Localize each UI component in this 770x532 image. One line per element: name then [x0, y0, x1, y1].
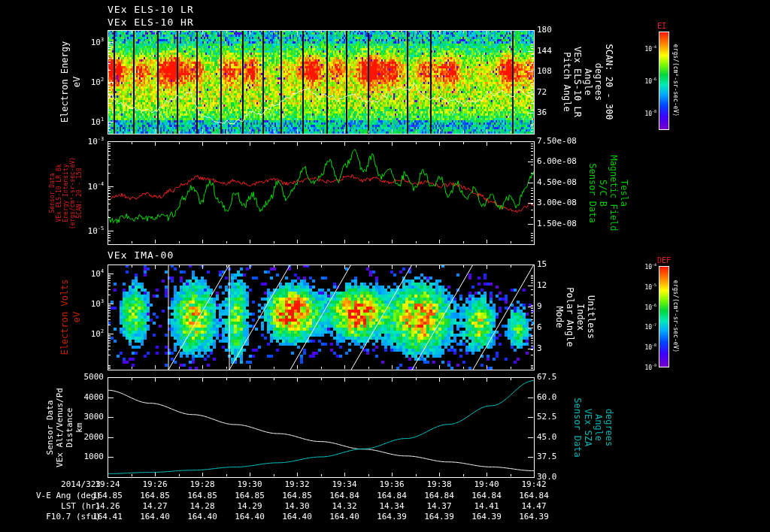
panel2-ytick-label: 10-3	[14, 137, 104, 147]
colorbar-units-label: ergs/(cm²-sr-sec-eV)	[669, 0, 681, 193]
panel3-right-tick-label: 6	[537, 323, 542, 332]
panel3-right-tick-label: 3	[537, 344, 542, 353]
panel1-right-tick-label: 180	[537, 26, 552, 35]
panel2-right-tick-label: 6.00e-08	[537, 157, 577, 166]
panel3-ytick-label: 103	[14, 299, 104, 309]
panel3-right-tick-label: 12	[537, 281, 547, 290]
colorbar-tick-label: 10-7	[566, 323, 656, 331]
colorbar-tick-label: 10-6	[566, 77, 656, 85]
panel4-ytick-label: 2000	[14, 433, 104, 442]
ephemeris-value: 164.39	[504, 512, 564, 521]
panel4-ytick-label: 4000	[14, 393, 104, 402]
panel4-right-tick-label: 67.5	[537, 373, 557, 382]
panel4-right-tick-label: 45.0	[537, 433, 557, 442]
colorbar-tick-label: 10-8	[566, 110, 656, 117]
ephemeris-value: 14.47	[504, 502, 564, 511]
panel4-ytick-label: 1000	[14, 452, 104, 461]
panel2-right-tick-label: 4.50e-08	[537, 178, 577, 187]
panel1-right-tick-label: 36	[537, 108, 547, 117]
time-tick-label: 19:42	[504, 480, 564, 489]
panel1-right-tick-label: 72	[537, 88, 547, 97]
panel1-ytick-label: 103	[14, 38, 104, 47]
vex-data-display: VEx ELS-10 LR VEx ELS-10 HR VEx IMA-00 E…	[0, 0, 770, 532]
panel4-right-tick-label: 60.0	[537, 393, 557, 402]
panel4-ytick-label: 3000	[14, 413, 104, 422]
panel3-right-tick-label: 9	[537, 302, 542, 311]
colorbar-tick-label: 10-8	[566, 343, 656, 351]
panel3-right-tick-label: 15	[537, 260, 547, 269]
colorbar-tick-label: 10-9	[566, 364, 656, 371]
panel3-title: VEx IMA-00	[108, 250, 174, 261]
panel4-right-tick-label: 37.5	[537, 452, 557, 461]
panel1-right-tick-label: 144	[537, 47, 552, 56]
colorbar-units-label: ergs/(cm²-sr-sec-eV)	[669, 204, 681, 429]
panel4-right-tick-label: 52.5	[537, 413, 557, 422]
colorbar-tick-label: 10-6	[566, 304, 656, 311]
panel1-right-tick-label: 108	[537, 67, 552, 76]
colorbar-name: EI	[657, 22, 666, 30]
colorbar-tick-label: 10-4	[566, 263, 656, 271]
panel1-title-line2: VEx ELS-10 HR	[108, 17, 194, 28]
colorbar-tick-label: 10-5	[566, 283, 656, 291]
panel1-title-line1: VEx ELS-10 LR	[108, 5, 194, 15]
ephemeris-value: 164.84	[504, 491, 564, 500]
panel4-ytick-label: 5000	[14, 373, 104, 382]
panel2-right-tick-label: 7.50e-08	[537, 137, 577, 146]
colorbar-tick-label: 10-4	[566, 45, 656, 53]
panel2-ytick-label: 10-4	[14, 182, 104, 192]
panel3-ytick-label: 104	[14, 269, 104, 279]
